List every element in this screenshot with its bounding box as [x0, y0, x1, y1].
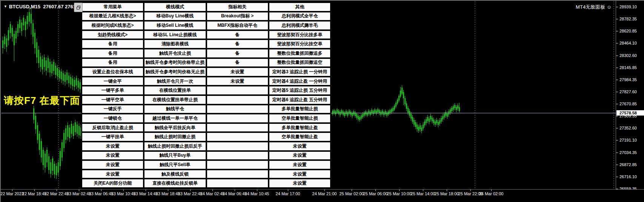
menu-cell-button[interactable]: 设置止盈位在保本线 — [82, 68, 143, 76]
menu-cell-button[interactable]: 备用 — [82, 59, 143, 67]
menu-cell-button[interactable]: 根据时间或K线形态> — [82, 21, 143, 30]
menu-cell-button[interactable]: 备 — [207, 31, 268, 39]
menu-cell-button[interactable]: 定时器5 追踪止损 五分钟用 — [269, 86, 330, 95]
menu-cell-button[interactable]: 总利润模式薅羊毛 — [269, 21, 330, 30]
menu-cell-button[interactable]: 未设置 — [82, 170, 143, 179]
candle-body — [40, 57, 41, 67]
menu-cell-button[interactable]: 触线止损时回撤止损后反手 — [144, 142, 206, 151]
menu-cell-button[interactable]: 斐波那契百分比挂空单 — [269, 40, 330, 48]
price-axis[interactable]: 28939.1028782.3528620.8528464.1028302.60… — [616, 1, 644, 197]
menu-cell-button[interactable]: 空单批量智能止盈 — [269, 133, 330, 141]
time-tick-label: 23 Mar 22:45 — [178, 191, 203, 196]
menu-cell-button[interactable]: 空单批量智能止损 — [269, 114, 330, 123]
menu-cell-button[interactable]: 一键平多单 — [82, 86, 143, 95]
menu-cell-button[interactable]: 备用 — [82, 40, 143, 48]
menu-cell-button — [207, 151, 268, 160]
menu-cell-button[interactable]: 触线开仓参考时间价格无止损 — [144, 68, 206, 76]
menu-cell-button[interactable]: 在横线位置挂单带止损 — [144, 96, 206, 104]
time-axis[interactable]: 22 Mar 202322 Mar 18:4522 Mar 22:4523 Ma… — [1, 189, 644, 202]
candle-body — [80, 82, 81, 89]
menu-cell-button[interactable]: 触线开仓参考时间价格带止损 — [144, 59, 206, 67]
menu-cell-button[interactable]: 备 — [207, 49, 268, 58]
menu-cell-button[interactable]: Breakout指标 > — [207, 12, 268, 21]
candle-body — [332, 111, 333, 114]
candle-body — [456, 107, 457, 110]
candle-body — [45, 154, 46, 168]
menu-cell-button[interactable]: 一键锁仓 — [82, 114, 143, 123]
candle-body — [395, 103, 397, 106]
menu-cell-button[interactable]: 移动Buy Line横线 — [144, 12, 206, 21]
menu-cell-button[interactable]: 一键平挂单 — [82, 133, 143, 141]
candle-body — [457, 105, 458, 108]
candle-body — [36, 42, 37, 57]
menu-cell-button[interactable]: 未设置 — [82, 160, 143, 169]
menu-cell-button[interactable]: 根据最近几根K线形态> — [82, 12, 143, 21]
menu-cell-button[interactable]: 备 — [207, 59, 268, 67]
price-tick-mark — [616, 68, 618, 68]
menu-cell-button[interactable]: 移动Sell Line横线 — [144, 21, 206, 30]
menu-cell-button[interactable]: 总利润模式全平仓 — [269, 12, 330, 21]
menu-cell-button[interactable]: 触线全平后挂反向单 — [144, 123, 206, 132]
menu-cell-button — [207, 170, 268, 179]
candle-body — [350, 112, 351, 115]
menu-cell-button[interactable]: 未设置 — [269, 151, 330, 160]
candle-body — [77, 125, 78, 134]
menu-cell-button[interactable]: 越过横线一单一单平仓 — [144, 114, 206, 123]
menu-cell-button[interactable]: 整数位批量抓回撤追多 — [269, 49, 330, 58]
candle-body — [41, 141, 42, 157]
menu-cell-button[interactable]: 触线止损时回撤止损 — [144, 133, 206, 141]
menu-cell-button[interactable]: 清除图表横线 — [144, 40, 206, 48]
menu-cell-button[interactable]: 在横线位置挂单 — [144, 86, 206, 95]
menu-cell-button[interactable]: 多单批量智能止损 — [269, 105, 330, 114]
menu-cell-button[interactable]: 触线只平Sell单 — [144, 160, 206, 169]
candle-body — [69, 128, 70, 138]
chevron-down-icon[interactable]: ▼ — [4, 5, 7, 8]
menu-cell-button[interactable]: MBFX指标自动平仓 — [207, 21, 268, 30]
menu-cell-button[interactable]: 触及横线反锁 — [144, 170, 206, 179]
menu-cell-button[interactable]: 未设置 — [269, 142, 330, 151]
menu-cell-button[interactable]: 备用 — [82, 49, 143, 58]
restore-window-button[interactable] — [74, 3, 83, 12]
menu-cell-button[interactable]: 触线只平Buy单 — [144, 151, 206, 160]
menu-cell-button[interactable]: 整数位批量抓回撤追空 — [269, 59, 330, 67]
menu-cell-button[interactable]: 移动SL Line止损横线 — [144, 31, 206, 39]
candle-body — [346, 111, 347, 114]
menu-cell-button[interactable]: 未设置 — [82, 142, 143, 151]
menu-cell-button[interactable]: 定时器4 追踪止盈 一分钟用 — [269, 77, 330, 86]
menu-cell-button[interactable]: 触线开仓没止损 — [144, 49, 206, 58]
menu-column-header: 其他 — [269, 3, 330, 11]
menu-cell-button — [207, 160, 268, 169]
menu-cell-button[interactable]: 触线平仓 — [144, 105, 206, 114]
candle-body — [78, 126, 80, 135]
menu-cell-button[interactable]: 一键反手 — [82, 105, 143, 114]
menu-cell-button[interactable]: 触线开仓只开一次 — [144, 77, 206, 86]
menu-cell-button[interactable]: 未设置 — [269, 179, 330, 188]
menu-cell-button[interactable]: 备 — [207, 40, 268, 48]
menu-cell-button[interactable]: 未设置 — [269, 170, 330, 179]
candle-body — [415, 122, 416, 127]
price-tick-mark — [616, 80, 618, 80]
candle-body — [417, 125, 418, 129]
menu-cell-button[interactable]: 多单批量智能止盈 — [269, 123, 330, 132]
menu-cell-button[interactable]: 未设置 — [269, 160, 330, 169]
menu-cell-button[interactable]: 未设置 — [207, 77, 268, 86]
menu-cell-button[interactable]: 关闭EA的部分功能 — [82, 179, 143, 188]
candle-body — [420, 125, 421, 129]
menu-cell-button[interactable]: 定时器6 追踪止盈 五分钟用 — [269, 96, 330, 104]
menu-cell-button[interactable]: 定时器3 追踪止损 一分钟用 — [269, 68, 330, 76]
time-tick-mark — [34, 190, 35, 191]
candle-body — [43, 150, 44, 165]
menu-cell-button[interactable]: 未设置 — [207, 68, 268, 76]
candle-body — [74, 80, 75, 87]
menu-cell-button[interactable]: 反锁后取消止盈止损 — [82, 123, 143, 132]
menu-cell-button[interactable]: 划趋势线模式> — [82, 31, 143, 39]
menu-cell-button[interactable]: 一键平空单 — [82, 96, 143, 104]
menu-cell-button[interactable]: 斐波那契百分比挂多单 — [269, 31, 330, 39]
candle-body — [65, 75, 66, 82]
candle-body — [73, 126, 74, 136]
menu-cell-button[interactable]: 一键全平 — [82, 77, 143, 86]
menu-cell-button[interactable]: 直接在横线处挂反锁单 — [144, 179, 206, 188]
candle-body — [433, 120, 434, 123]
time-tick-label: 22 Mar 22:45 — [45, 191, 69, 196]
menu-cell-button[interactable]: 未设置 — [82, 151, 143, 160]
